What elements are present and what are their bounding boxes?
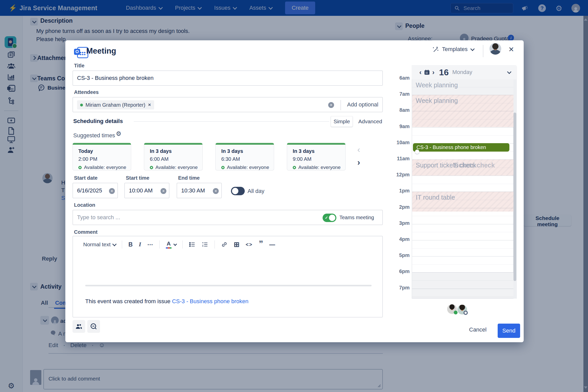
bullet-list-button[interactable] <box>189 241 195 248</box>
title-field-wrap <box>72 70 383 86</box>
clear-attendees-icon[interactable]: ✕ <box>328 102 334 108</box>
suggestions-next-icon[interactable]: › <box>357 157 360 167</box>
bold-button[interactable]: B <box>128 241 133 248</box>
remove-attendee-icon[interactable]: ✕ <box>148 103 151 107</box>
prev-day-icon[interactable]: ‹ <box>417 68 424 76</box>
suggestion-card[interactable]: In 3 days 6:00 AM Available: everyone <box>144 143 203 170</box>
toolbar-separator <box>122 240 122 249</box>
suggestion-time: 2:00 PM <box>78 156 131 162</box>
calendar-icon[interactable] <box>424 69 430 76</box>
availability-dot <box>221 166 225 169</box>
chevron-down-icon <box>112 242 117 246</box>
suggestion-card[interactable]: In 3 days 9:00 AM Available: everyone <box>287 143 346 170</box>
clear-start-time-icon[interactable]: ✕ <box>161 188 166 194</box>
horizontal-rule-button[interactable]: — <box>269 241 275 248</box>
calendar-event-busy[interactable]: IT round table <box>412 192 513 212</box>
start-date-label: Start date <box>74 175 97 181</box>
italic-button[interactable]: I <box>139 241 141 248</box>
comment-editor: Normal text B I ⋯ A <box>72 236 383 317</box>
calendar-day-grid[interactable]: Week planning Week planning Support tick… <box>412 79 513 299</box>
resize-handle[interactable] <box>415 150 419 154</box>
more-formatting-icon[interactable]: ⋯ <box>147 241 153 248</box>
suggestion-day: In 3 days <box>150 148 202 154</box>
calendar-scrollbar-thumb[interactable] <box>513 113 516 281</box>
calendar-event-busy[interactable]: Support tickets check Tickets check <box>412 160 513 176</box>
suggestion-time: 6:00 AM <box>150 156 202 162</box>
location-field: ✓ Teams meeting <box>72 210 383 225</box>
next-day-icon[interactable]: › <box>430 68 437 76</box>
pending-badge <box>463 311 468 315</box>
people-icon <box>75 323 82 330</box>
suggestion-card[interactable]: In 3 days 6:30 AM Available: everyone <box>215 143 274 170</box>
link-button[interactable] <box>221 241 228 248</box>
availability-dot <box>293 166 296 169</box>
close-icon[interactable]: ✕ <box>508 45 514 54</box>
end-time-field: ✕ <box>177 183 222 198</box>
attendees-field[interactable]: Miriam Graham (Reporter) ✕ ✕ Add optiona… <box>72 97 383 112</box>
location-label: Location <box>74 202 95 208</box>
clear-end-time-icon[interactable]: ✕ <box>213 188 219 194</box>
calendar-day-name: Monday <box>452 69 472 76</box>
calendar-header: ‹ › 16 Monday <box>412 65 517 79</box>
calendar-collapse-icon[interactable] <box>507 70 511 74</box>
suggestion-card[interactable]: Today 2:00 PM Available: everyone <box>72 143 131 170</box>
table-button[interactable]: ⊞ <box>234 240 240 249</box>
text-style-label: Normal text <box>83 241 111 248</box>
suggestions-prev-icon[interactable]: ‹ <box>357 144 360 154</box>
suggestion-day: In 3 days <box>293 148 345 154</box>
send-button[interactable]: Send <box>498 324 520 338</box>
all-day-toggle[interactable] <box>231 187 245 195</box>
calendar-event-tentative[interactable]: Week planning <box>412 79 513 95</box>
start-date-field: ✕ <box>72 183 118 198</box>
section-rule <box>134 121 329 122</box>
comment-label: Comment <box>74 229 97 235</box>
calendar-event-selected[interactable]: CS-3 - Business phone broken <box>413 143 509 152</box>
editor-toolbar: Normal text B I ⋯ A <box>73 236 382 253</box>
text-style-dropdown[interactable]: Normal text <box>83 241 116 248</box>
suggestion-time: 6:30 AM <box>221 156 274 162</box>
add-optional-button[interactable]: Add optional <box>347 101 378 108</box>
chat-button[interactable] <box>87 320 100 333</box>
outlook-o: O <box>74 49 80 55</box>
comment-paragraph[interactable]: This event was created from issue CS-3 -… <box>85 298 249 305</box>
title-input[interactable] <box>73 71 382 85</box>
toggle-on-icon: ✓ <box>325 215 328 220</box>
hour-label: 7am <box>393 91 410 97</box>
title-label: Title <box>74 63 84 69</box>
event-label: Week planning <box>412 95 513 104</box>
end-time-label: End time <box>178 175 200 181</box>
suggestions-settings-gear-icon[interactable]: ⚙ <box>116 130 121 137</box>
issue-link[interactable]: CS-3 - Business phone broken <box>172 298 249 304</box>
meeting-dialog: O Meeting Templates ✕ Title Attendees Mi… <box>65 40 524 342</box>
simple-toggle-button[interactable]: Simple <box>331 116 353 127</box>
hour-label: 5pm <box>393 252 410 258</box>
comment-text: This event was created from issue <box>85 298 172 304</box>
text-color-button[interactable]: A <box>166 240 176 249</box>
chevron-down-icon <box>173 242 177 246</box>
attendee-chip[interactable]: Miriam Graham (Reporter) ✕ <box>77 100 154 109</box>
calendar-scrollbar[interactable] <box>513 79 517 299</box>
clear-date-icon[interactable]: ✕ <box>109 188 115 194</box>
user-avatar[interactable] <box>489 43 501 55</box>
toolbar-separator <box>214 240 215 249</box>
attendee-avatar[interactable] <box>447 304 457 314</box>
calendar-event-busy[interactable]: Week planning <box>412 95 513 127</box>
hour-label: 10am <box>393 140 410 145</box>
templates-button[interactable]: Templates <box>432 46 474 53</box>
code-button[interactable]: <> <box>246 242 253 248</box>
teams-meeting-toggle[interactable]: ✓ <box>323 214 336 222</box>
hour-label: 12pm <box>393 172 410 178</box>
suggestion-day: Today <box>78 148 131 154</box>
start-time-label: Start time <box>126 175 149 181</box>
quote-button[interactable]: ” <box>259 242 263 247</box>
toggle-knob <box>232 188 238 194</box>
availability-text: Available: everyone <box>155 165 198 170</box>
cancel-button[interactable]: Cancel <box>468 326 488 333</box>
calendar-day-number: 16 <box>439 67 449 77</box>
add-attendees-button[interactable] <box>72 320 85 333</box>
numbered-list-button[interactable] <box>202 241 208 248</box>
event-label: Week planning <box>412 79 513 89</box>
advanced-toggle-button[interactable]: Advanced <box>358 118 382 125</box>
attendee-avatar[interactable] <box>457 304 468 315</box>
hour-label: 4pm <box>393 236 410 242</box>
